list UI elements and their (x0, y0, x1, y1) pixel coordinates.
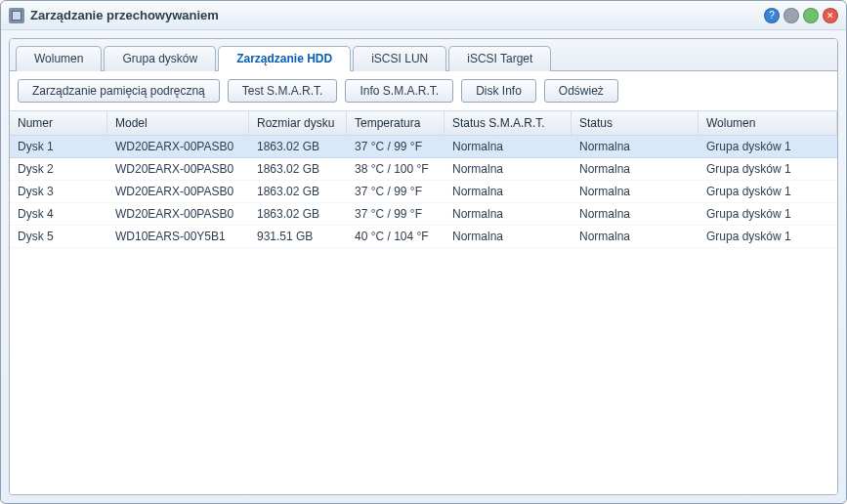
cell-smart-status: Normalna (445, 226, 572, 247)
close-button[interactable] (823, 8, 838, 23)
table-row[interactable]: Dysk 3WD20EARX-00PASB01863.02 GB37 °C / … (10, 181, 837, 203)
titlebar: Zarządzanie przechowywaniem (1, 1, 846, 30)
cell-volume: Grupa dysków 1 (699, 158, 837, 180)
storage-manager-window: Zarządzanie przechowywaniem WolumenGrupa… (0, 0, 847, 504)
cell-model: WD20EARX-00PASB0 (107, 203, 249, 225)
cell-status: Normalna (572, 203, 699, 225)
col-smart-status[interactable]: Status S.M.A.R.T. (445, 111, 572, 135)
cell-status: Normalna (572, 158, 699, 180)
table-header: Numer Model Rozmiar dysku Temperatura St… (10, 110, 837, 136)
cell-size: 1863.02 GB (249, 158, 347, 180)
table-row[interactable]: Dysk 4WD20EARX-00PASB01863.02 GB37 °C / … (10, 203, 837, 226)
cell-size: 1863.02 GB (249, 136, 347, 157)
maximize-button[interactable] (803, 8, 819, 23)
cell-number: Dysk 2 (10, 158, 107, 180)
tabs-container: WolumenGrupa dyskówZarządzanie HDDiSCSI … (10, 39, 837, 71)
cell-model: WD20EARX-00PASB0 (107, 158, 249, 180)
col-size[interactable]: Rozmiar dysku (249, 111, 347, 135)
cell-volume: Grupa dysków 1 (699, 226, 837, 247)
refresh-button[interactable]: Odśwież (544, 79, 618, 103)
col-number[interactable]: Numer (10, 111, 107, 135)
content-area: WolumenGrupa dyskówZarządzanie HDDiSCSI … (1, 30, 846, 503)
cell-temp: 37 °C / 99 °F (347, 203, 445, 225)
cell-size: 1863.02 GB (249, 181, 347, 202)
col-temp[interactable]: Temperatura (347, 111, 445, 135)
cell-status: Normalna (572, 226, 699, 247)
col-volume[interactable]: Wolumen (699, 111, 837, 135)
cell-volume: Grupa dysków 1 (699, 203, 837, 225)
tab-2[interactable]: Zarządzanie HDD (218, 46, 351, 71)
cell-smart-status: Normalna (445, 136, 572, 157)
cell-temp: 40 °C / 104 °F (347, 226, 445, 247)
main-panel: WolumenGrupa dyskówZarządzanie HDDiSCSI … (9, 38, 838, 495)
tab-1[interactable]: Grupa dysków (104, 46, 216, 71)
table-row[interactable]: Dysk 5WD10EARS-00Y5B1931.51 GB40 °C / 10… (10, 226, 837, 248)
cell-smart-status: Normalna (445, 203, 572, 225)
cell-number: Dysk 4 (10, 203, 107, 225)
disk-info-button[interactable]: Disk Info (461, 79, 536, 103)
smart-test-button[interactable]: Test S.M.A.R.T. (228, 79, 338, 103)
cell-status: Normalna (572, 136, 699, 157)
table-row[interactable]: Dysk 1WD20EARX-00PASB01863.02 GB37 °C / … (10, 136, 837, 158)
table-body: Dysk 1WD20EARX-00PASB01863.02 GB37 °C / … (10, 136, 837, 494)
cell-smart-status: Normalna (445, 158, 572, 180)
tab-0[interactable]: Wolumen (16, 46, 102, 71)
cell-size: 1863.02 GB (249, 203, 347, 225)
table-row[interactable]: Dysk 2WD20EARX-00PASB01863.02 GB38 °C / … (10, 158, 837, 181)
cell-temp: 37 °C / 99 °F (347, 136, 445, 157)
smart-info-button[interactable]: Info S.M.A.R.T. (345, 79, 453, 103)
cell-smart-status: Normalna (445, 181, 572, 202)
window-title: Zarządzanie przechowywaniem (30, 8, 219, 22)
disk-table: Numer Model Rozmiar dysku Temperatura St… (10, 110, 837, 494)
tab-4[interactable]: iSCSI Target (448, 46, 551, 71)
tab-3[interactable]: iSCSI LUN (353, 46, 446, 71)
cell-volume: Grupa dysków 1 (699, 181, 837, 202)
cell-model: WD20EARX-00PASB0 (107, 181, 249, 202)
minimize-button[interactable] (783, 8, 799, 23)
cell-size: 931.51 GB (249, 226, 347, 247)
cell-number: Dysk 1 (10, 136, 107, 157)
cell-number: Dysk 3 (10, 181, 107, 202)
help-button[interactable] (764, 8, 780, 23)
toolbar: Zarządzanie pamięcią podręczną Test S.M.… (10, 71, 837, 110)
cell-status: Normalna (572, 181, 699, 202)
cell-temp: 37 °C / 99 °F (347, 181, 445, 202)
cell-temp: 38 °C / 100 °F (347, 158, 445, 180)
col-status[interactable]: Status (572, 111, 699, 135)
cell-number: Dysk 5 (10, 226, 107, 247)
app-icon (9, 8, 24, 23)
cell-model: WD10EARS-00Y5B1 (107, 226, 249, 247)
window-controls (764, 8, 838, 23)
col-model[interactable]: Model (107, 111, 249, 135)
cache-management-button[interactable]: Zarządzanie pamięcią podręczną (18, 79, 220, 103)
cell-volume: Grupa dysków 1 (699, 136, 837, 157)
cell-model: WD20EARX-00PASB0 (107, 136, 249, 157)
